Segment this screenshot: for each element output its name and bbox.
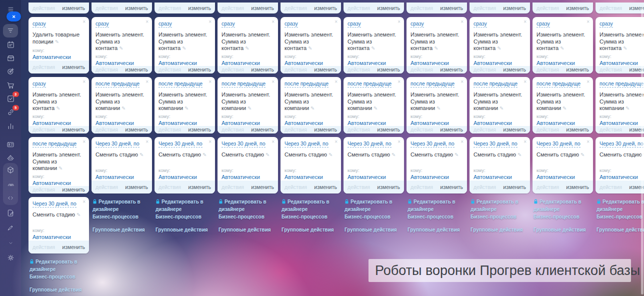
assignee-link[interactable]: Автоматически: [32, 180, 85, 186]
trigger-link[interactable]: Через 30 дней, после ...: [474, 140, 518, 148]
card-edit-button[interactable]: изменить: [62, 244, 85, 250]
designer-link[interactable]: Редактировать в дизайнереБизнес-процессо…: [344, 198, 402, 220]
card-actions-button[interactable]: действия: [348, 126, 370, 132]
scrollbar[interactable]: [641, 8, 644, 294]
card-close-icon[interactable]: ×: [586, 20, 590, 24]
trigger-link[interactable]: сразу: [284, 20, 298, 28]
sidebar-item-filter[interactable]: [0, 24, 21, 36]
assignee-link[interactable]: Автоматически: [32, 120, 85, 126]
edit-pencil-icon[interactable]: ✎: [518, 152, 522, 158]
edit-pencil-icon[interactable]: ✎: [392, 152, 396, 158]
trigger-link[interactable]: Через 30 дней, после ...: [348, 140, 392, 148]
edit-pencil-icon[interactable]: ✎: [245, 46, 249, 51]
card-actions-button[interactable]: действия: [600, 184, 622, 190]
card-actions-button[interactable]: действия: [600, 66, 622, 72]
card-close-icon[interactable]: ×: [398, 20, 400, 24]
edit-pencil-icon[interactable]: ✎: [55, 39, 59, 44]
assignee-link[interactable]: Автоматически: [474, 174, 526, 180]
designer-link[interactable]: Редактировать в дизайнереБизнес-процессо…: [534, 198, 591, 220]
card-actions-button[interactable]: действия: [536, 66, 559, 72]
trigger-link[interactable]: после предыдущего, п...: [96, 80, 140, 88]
edit-pencil-icon[interactable]: ✎: [76, 212, 80, 218]
card-edit-button[interactable]: изменить: [314, 66, 337, 72]
designer-link[interactable]: Редактировать в дизайнереБизнес-процессо…: [156, 198, 213, 220]
card-close-icon[interactable]: ×: [334, 20, 338, 24]
trigger-link[interactable]: сразу: [348, 20, 361, 28]
group-actions-link[interactable]: Групповые действия: [282, 227, 339, 232]
group-actions-link[interactable]: Групповые действия: [92, 227, 150, 232]
edit-pencil-icon[interactable]: ✎: [310, 106, 314, 111]
card-edit-button[interactable]: изменить: [251, 184, 274, 190]
card-edit-button[interactable]: изменить: [566, 66, 589, 72]
assignee-link[interactable]: Автоматически: [32, 234, 85, 240]
assignee-link[interactable]: Автоматически: [32, 54, 85, 60]
card-edit-button[interactable]: изменить: [188, 5, 211, 11]
assignee-link[interactable]: Автоматически: [536, 60, 589, 66]
sidebar-item-tasks-check[interactable]: 3: [0, 92, 21, 104]
edit-pencil-icon[interactable]: ✎: [623, 46, 627, 51]
designer-link[interactable]: Редактировать в дизайнереБизнес-процессо…: [92, 198, 150, 220]
edit-pencil-icon[interactable]: ✎: [308, 46, 312, 51]
sidebar-item-sites-waves[interactable]: [3, 178, 18, 190]
edit-pencil-icon[interactable]: ✎: [562, 106, 566, 111]
edit-pencil-icon[interactable]: ✎: [436, 106, 440, 111]
card-actions-button[interactable]: действия: [474, 5, 496, 11]
card-close-icon[interactable]: ×: [208, 140, 212, 144]
edit-pencil-icon[interactable]: ✎: [58, 166, 62, 171]
sidebar-item-cart[interactable]: [0, 79, 21, 91]
card-close-icon[interactable]: ×: [524, 140, 526, 144]
sidebar-item-planner[interactable]: [0, 38, 21, 50]
assignee-link[interactable]: Автоматически: [600, 120, 644, 126]
card-close-icon[interactable]: ×: [398, 140, 400, 144]
card-edit-button[interactable]: изменить: [251, 66, 274, 72]
edit-pencil-icon[interactable]: ✎: [374, 106, 378, 111]
card-edit-button[interactable]: изменить: [503, 5, 526, 11]
trigger-link[interactable]: сразу: [32, 20, 46, 28]
card-actions-button[interactable]: действия: [284, 184, 307, 190]
trigger-link[interactable]: Через 30 дней, после ...: [222, 140, 266, 148]
card-actions-button[interactable]: действия: [158, 66, 181, 72]
group-actions-link[interactable]: Групповые действия: [156, 227, 213, 232]
assignee-link[interactable]: Автоматически: [348, 174, 400, 180]
card-close-icon[interactable]: ×: [460, 80, 464, 84]
card-edit-button[interactable]: изменить: [314, 5, 337, 11]
card-close-icon[interactable]: ×: [82, 80, 86, 84]
card-edit-button[interactable]: изменить: [125, 126, 148, 132]
card-actions-button[interactable]: действия: [96, 5, 118, 11]
sidebar-item-processes-link[interactable]: 5: [0, 106, 21, 118]
trigger-link[interactable]: Через 30 дней, после ...: [158, 140, 202, 148]
card-edit-button[interactable]: изменить: [440, 184, 463, 190]
trigger-link[interactable]: сразу: [474, 20, 487, 28]
card-close-icon[interactable]: ×: [82, 20, 86, 24]
trigger-link[interactable]: Через 30 дней, после ...: [96, 140, 140, 148]
assignee-link[interactable]: Автоматически: [158, 174, 211, 180]
group-actions-link[interactable]: Групповые действия: [218, 227, 276, 232]
assignee-link[interactable]: Автоматически: [410, 174, 463, 180]
sidebar-item-document-edit[interactable]: [0, 207, 21, 219]
card-actions-button[interactable]: действия: [32, 244, 55, 250]
assignee-link[interactable]: Автоматически: [222, 174, 274, 180]
card-actions-button[interactable]: действия: [348, 5, 370, 11]
card-edit-button[interactable]: изменить: [377, 184, 400, 190]
card-close-icon[interactable]: ×: [146, 140, 148, 144]
card-edit-button[interactable]: изменить: [314, 184, 337, 190]
card-edit-button[interactable]: изменить: [125, 5, 148, 11]
card-edit-button[interactable]: изменить: [251, 5, 274, 11]
assignee-link[interactable]: Автоматически: [284, 60, 337, 66]
trigger-link[interactable]: после предыдущего, п...: [536, 80, 580, 88]
trigger-link[interactable]: Через 30 дней, после ...: [536, 140, 580, 148]
trigger-link[interactable]: Через 30 дней, после ...: [410, 140, 454, 148]
sidebar-item-contact-card[interactable]: [0, 138, 21, 150]
card-close-icon[interactable]: ×: [82, 200, 86, 204]
card-close-icon[interactable]: ×: [460, 20, 464, 24]
trigger-link[interactable]: сразу: [32, 80, 46, 88]
assignee-link[interactable]: Автоматически: [474, 60, 526, 66]
edit-pencil-icon[interactable]: ✎: [328, 152, 332, 158]
assignee-link[interactable]: Автоматически: [284, 174, 337, 180]
card-edit-button[interactable]: изменить: [566, 184, 589, 190]
assignee-link[interactable]: Автоматически: [158, 60, 211, 66]
card-actions-button[interactable]: действия: [348, 66, 370, 72]
trigger-link[interactable]: Через 30 дней, после ...: [32, 200, 76, 208]
trigger-link[interactable]: после предыдущего, п...: [222, 80, 266, 88]
card-actions-button[interactable]: действия: [96, 126, 118, 132]
